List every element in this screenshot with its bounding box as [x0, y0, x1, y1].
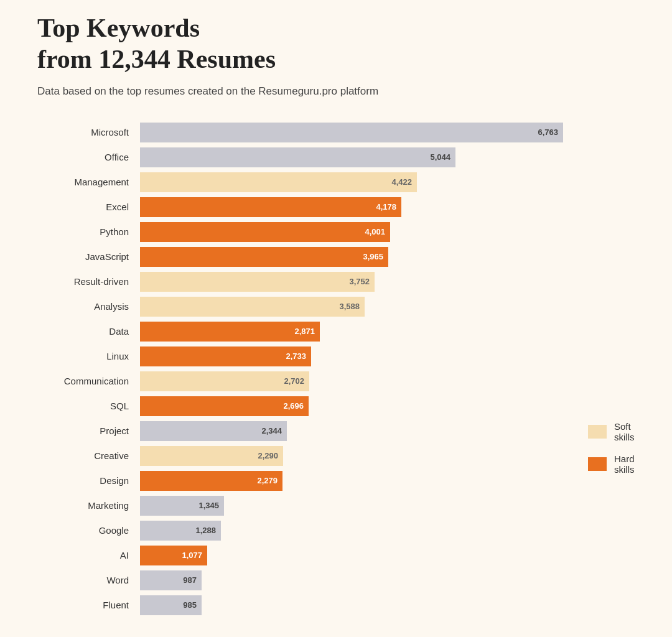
bar-label: Design [37, 475, 134, 486]
bar-container: 987 [140, 570, 563, 590]
bar: 987 [140, 570, 202, 590]
page-title: Top Keywords from 12,344 Resumes [37, 12, 635, 75]
hard-skills-legend: Hard skills [588, 453, 635, 475]
bar: 3,588 [140, 297, 365, 317]
bar-container: 1,345 [140, 496, 563, 516]
bar-row: Management4,422 [37, 172, 563, 192]
bar-row: Excel4,178 [37, 197, 563, 217]
bar: 1,077 [140, 546, 207, 565]
bar-row: Project2,344 [37, 421, 563, 441]
bar-row: Marketing1,345 [37, 496, 563, 516]
bar: 2,733 [140, 346, 311, 366]
bar-row: Analysis3,588 [37, 297, 563, 317]
soft-skills-label: Soft skills [614, 421, 635, 442]
bar-label: Fluent [37, 600, 134, 610]
bar-label: Analysis [37, 301, 134, 312]
bar-container: 2,696 [140, 396, 563, 416]
bar-container: 2,702 [140, 371, 563, 391]
bar-label: JavaScript [37, 251, 134, 262]
bar-row: Design2,279 [37, 471, 563, 491]
bar-container: 1,288 [140, 521, 563, 541]
bar-label: Google [37, 525, 134, 536]
bar-row: Google1,288 [37, 521, 563, 541]
bar-container: 6,763 [140, 123, 563, 142]
bar: 2,871 [140, 322, 320, 342]
bar-container: 4,178 [140, 197, 563, 217]
bar-label: Microsoft [37, 127, 134, 137]
bar: 6,763 [140, 123, 563, 142]
bar-container: 985 [140, 595, 563, 615]
bar-container: 3,588 [140, 297, 563, 317]
bar-label: Word [37, 575, 134, 585]
bar-container: 2,344 [140, 421, 563, 441]
bar-container: 4,422 [140, 172, 563, 192]
bar-row: Communication2,702 [37, 371, 563, 391]
hard-skills-label: Hard skills [614, 453, 635, 475]
bar-container: 2,290 [140, 446, 563, 466]
bar-label: Communication [37, 376, 134, 386]
bar-row: Word987 [37, 570, 563, 590]
hard-skills-color [588, 457, 607, 471]
bar-row: Result-driven3,752 [37, 272, 563, 292]
bar: 4,001 [140, 222, 390, 242]
bar: 2,279 [140, 471, 282, 491]
bar: 4,178 [140, 197, 401, 217]
bar: 2,696 [140, 396, 309, 416]
bar-row: JavaScript3,965 [37, 247, 563, 267]
bar: 3,965 [140, 247, 388, 267]
bar-container: 3,752 [140, 272, 563, 292]
bar-chart: Microsoft6,763Office5,044Management4,422… [37, 123, 563, 620]
bar: 1,288 [140, 521, 221, 541]
bar-container: 5,044 [140, 147, 563, 167]
bar-label: Excel [37, 202, 134, 212]
bar-row: Fluent985 [37, 595, 563, 615]
bar-container: 2,733 [140, 346, 563, 366]
bar-label: AI [37, 550, 134, 560]
bar-row: Linux2,733 [37, 346, 563, 366]
soft-skills-color [588, 425, 607, 439]
bar: 1,345 [140, 496, 224, 516]
bar-row: Python4,001 [37, 222, 563, 242]
bar: 2,290 [140, 446, 283, 466]
bar-row: SQL2,696 [37, 396, 563, 416]
bar: 3,752 [140, 272, 375, 292]
subtitle: Data based on the top resumes created on… [37, 85, 635, 98]
bar: 2,702 [140, 371, 309, 391]
bar: 5,044 [140, 147, 455, 167]
bar-container: 4,001 [140, 222, 563, 242]
bar-label: Project [37, 425, 134, 436]
bar-row: Data2,871 [37, 322, 563, 342]
bar-row: AI1,077 [37, 546, 563, 565]
bar-container: 2,871 [140, 322, 563, 342]
bar-row: Creative2,290 [37, 446, 563, 466]
bar-label: Linux [37, 351, 134, 361]
soft-skills-legend: Soft skills [588, 421, 635, 442]
bar-label: Python [37, 226, 134, 237]
bar-container: 2,279 [140, 471, 563, 491]
bar-label: Management [37, 177, 134, 187]
bar: 2,344 [140, 421, 287, 441]
bar-label: Result-driven [37, 276, 134, 287]
bar-container: 3,965 [140, 247, 563, 267]
bar: 4,422 [140, 172, 417, 192]
bar-row: Office5,044 [37, 147, 563, 167]
bar-label: SQL [37, 401, 134, 411]
bar: 985 [140, 595, 202, 615]
bar-label: Creative [37, 450, 134, 461]
bar-label: Data [37, 326, 134, 337]
bar-container: 1,077 [140, 546, 563, 565]
legend: Soft skills Hard skills [588, 123, 635, 620]
bar-label: Marketing [37, 500, 134, 511]
bar-label: Office [37, 152, 134, 162]
bar-row: Microsoft6,763 [37, 123, 563, 142]
